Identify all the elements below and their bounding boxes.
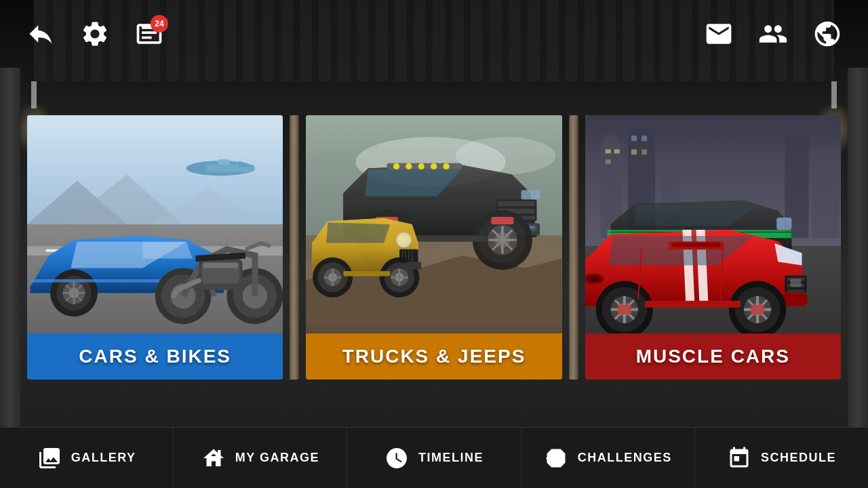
settings-button[interactable] — [75, 14, 115, 54]
header: 24 — [0, 0, 868, 68]
muscle-cars-svg — [585, 115, 841, 333]
svg-rect-3 — [218, 159, 230, 164]
svg-rect-107 — [642, 136, 647, 141]
svg-rect-95 — [406, 262, 422, 269]
svg-rect-74 — [492, 217, 514, 224]
category-card-muscle-cars[interactable]: MUSCLE CARS — [585, 115, 841, 380]
settings-icon — [80, 19, 110, 49]
svg-point-45 — [406, 163, 412, 169]
globe-icon — [812, 19, 842, 49]
svg-rect-75 — [409, 236, 487, 242]
svg-rect-106 — [631, 136, 637, 141]
svg-marker-6 — [152, 187, 264, 224]
svg-rect-122 — [787, 290, 804, 293]
pillar-2 — [569, 115, 578, 380]
schedule-label: SCHEDULE — [761, 451, 836, 465]
svg-rect-108 — [631, 149, 637, 155]
challenges-icon: VS — [544, 446, 568, 470]
friends-button[interactable] — [753, 14, 793, 54]
svg-rect-50 — [498, 201, 535, 206]
muscle-cars-label: MUSCLE CARS — [585, 333, 841, 380]
svg-point-77 — [399, 235, 409, 245]
trucks-jeeps-label: TRUCKS & JEEPS — [306, 333, 561, 380]
category-card-cars-bikes[interactable]: CARS & BIKES — [27, 115, 283, 380]
news-button[interactable]: 24 — [129, 14, 170, 54]
category-card-trucks-jeeps[interactable]: TRUCKS & JEEPS — [306, 115, 561, 380]
trucks-jeeps-image — [306, 115, 561, 333]
logout-icon — [26, 19, 56, 49]
logout-button[interactable] — [20, 14, 61, 54]
svg-rect-102 — [812, 149, 839, 238]
nav-my-garage[interactable]: MY GARAGE — [174, 428, 347, 488]
cars-bikes-svg — [27, 115, 283, 333]
svg-rect-38 — [203, 263, 239, 268]
svg-point-128 — [586, 275, 601, 282]
svg-rect-112 — [776, 218, 791, 230]
challenges-label: CHALLENGES — [578, 451, 672, 465]
schedule-icon — [727, 446, 751, 470]
my-garage-label: MY GARAGE — [235, 451, 319, 465]
svg-rect-123 — [790, 279, 801, 287]
nav-schedule[interactable]: SCHEDULE — [695, 428, 868, 488]
nav-challenges[interactable]: VS CHALLENGES — [521, 428, 695, 488]
globe-button[interactable] — [807, 14, 848, 54]
svg-rect-145 — [645, 301, 741, 308]
trucks-jeeps-svg — [306, 115, 561, 333]
mail-button[interactable] — [698, 14, 739, 54]
svg-marker-2 — [239, 161, 255, 167]
nav-gallery[interactable]: GALLERY — [0, 428, 174, 488]
svg-point-48 — [443, 163, 450, 169]
friends-icon — [758, 19, 788, 49]
timeline-label: TIMELINE — [418, 451, 484, 465]
svg-point-46 — [418, 163, 425, 169]
nav-timeline[interactable]: TIMELINE — [347, 428, 521, 488]
cars-bikes-label: CARS & BIKES — [27, 333, 283, 380]
gallery-icon — [37, 446, 62, 470]
header-left: 24 — [20, 14, 170, 54]
garage-icon — [201, 446, 226, 470]
svg-rect-105 — [605, 159, 610, 163]
news-badge: 24 — [151, 15, 168, 33]
svg-point-47 — [431, 163, 437, 169]
svg-rect-104 — [614, 149, 619, 153]
bottom-nav: GALLERY MY GARAGE TIMELINE VS CHALLENGES… — [0, 427, 868, 488]
svg-rect-53 — [521, 190, 540, 199]
svg-point-44 — [393, 163, 399, 169]
svg-rect-98 — [604, 136, 617, 149]
svg-rect-126 — [672, 243, 719, 247]
gallery-label: GALLERY — [71, 451, 136, 465]
timeline-icon — [384, 446, 409, 470]
main-content: CARS & BIKES — [0, 68, 868, 427]
header-right — [698, 14, 848, 54]
mail-icon — [704, 19, 734, 49]
svg-rect-103 — [605, 149, 610, 153]
svg-rect-109 — [642, 149, 647, 155]
pillar-1 — [290, 115, 299, 380]
cars-bikes-image — [27, 115, 283, 333]
svg-rect-96 — [344, 271, 391, 276]
svg-text:VS: VS — [546, 455, 559, 466]
muscle-cars-image — [585, 115, 841, 333]
